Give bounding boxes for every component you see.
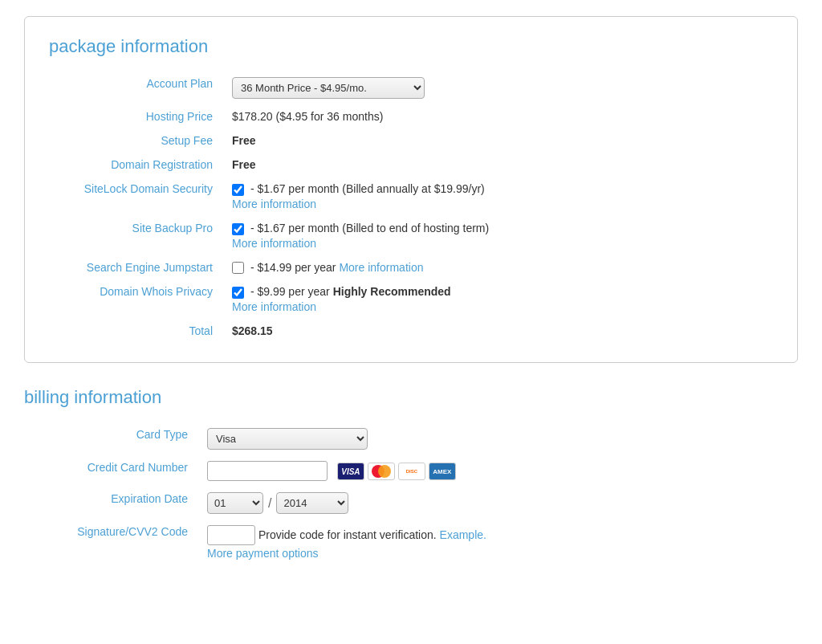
setup-fee-label: Setup Fee [49, 128, 226, 153]
billing-section: billing information Card Type Visa Maste… [24, 387, 798, 585]
expiration-date-value: 010203 040506 070809 101112 / 2014201520… [201, 487, 798, 520]
search-engine-price-text: - $14.99 per year [250, 261, 336, 274]
expiration-date-label: Expiration Date [24, 487, 201, 520]
credit-card-value: VISA DISC AMEX [201, 455, 798, 487]
sitelock-value: - $1.67 per month (Billed annually at $1… [226, 177, 773, 216]
account-plan-select[interactable]: 36 Month Price - $4.95/mo. 24 Month Pric… [232, 77, 425, 99]
sitelock-checkbox[interactable] [232, 184, 244, 196]
credit-card-row: Credit Card Number VISA DISC AMEX [24, 455, 798, 487]
hosting-price-label: Hosting Price [49, 104, 226, 128]
card-type-row: Card Type Visa MasterCard Discover Ameri… [24, 422, 798, 455]
domain-whois-checkbox[interactable] [232, 287, 244, 299]
domain-whois-price-text: - $9.99 per year [250, 285, 330, 298]
hosting-price-value: $178.20 ($4.95 for 36 months) [226, 104, 773, 128]
package-form-table: Account Plan 36 Month Price - $4.95/mo. … [49, 71, 773, 343]
card-type-label: Card Type [24, 422, 201, 455]
account-plan-row: Account Plan 36 Month Price - $4.95/mo. … [49, 71, 773, 104]
package-section-title: package information [49, 36, 773, 57]
package-section: package information Account Plan 36 Mont… [24, 16, 798, 363]
cvv-example-link[interactable]: Example. [440, 528, 486, 541]
setup-fee-row: Setup Fee Free [49, 128, 773, 153]
domain-registration-value: Free [232, 158, 256, 171]
account-plan-label: Account Plan [49, 71, 226, 104]
search-engine-label: Search Engine Jumpstart [49, 255, 226, 280]
site-backup-checkbox[interactable] [232, 223, 244, 235]
card-icons-group: VISA DISC AMEX [337, 463, 456, 480]
setup-fee-value: Free [232, 134, 256, 147]
mastercard-icon [368, 463, 395, 480]
domain-whois-recommended: Highly Recommended [333, 285, 451, 298]
cvv-value: Provide code for instant verification. E… [201, 520, 798, 565]
cvv-input[interactable] [207, 525, 255, 545]
site-backup-price-text: - $1.67 per month (Billed to end of host… [250, 222, 489, 234]
credit-card-input[interactable] [207, 461, 328, 481]
cvv-description: Provide code for instant verification. [258, 528, 437, 541]
total-label: Total [49, 319, 226, 343]
search-engine-value: - $14.99 per year More information [226, 255, 773, 280]
hosting-price-row: Hosting Price $178.20 ($4.95 for 36 mont… [49, 104, 773, 128]
amex-icon: AMEX [429, 463, 456, 480]
billing-section-title: billing information [24, 387, 798, 408]
expiry-year-select[interactable]: 201420152016 201720182019 2020 [276, 492, 348, 514]
cvv-label: Signature/CVV2 Code [24, 520, 201, 565]
search-engine-checkbox[interactable] [232, 262, 244, 274]
total-value: $268.15 [232, 324, 273, 337]
domain-whois-value: - $9.99 per year Highly Recommended More… [226, 279, 773, 319]
credit-card-label: Credit Card Number [24, 455, 201, 487]
expiry-slash: / [268, 496, 271, 511]
expiration-date-row: Expiration Date 010203 040506 070809 101… [24, 487, 798, 520]
domain-whois-label: Domain Whois Privacy [49, 279, 226, 319]
search-engine-more-info[interactable]: More information [339, 261, 423, 274]
site-backup-value: - $1.67 per month (Billed to end of host… [226, 216, 773, 255]
domain-whois-row: Domain Whois Privacy - $9.99 per year Hi… [49, 279, 773, 319]
visa-icon: VISA [337, 463, 364, 480]
billing-form-table: Card Type Visa MasterCard Discover Ameri… [24, 422, 798, 565]
card-type-select[interactable]: Visa MasterCard Discover American Expres… [207, 428, 368, 450]
site-backup-label: Site Backup Pro [49, 216, 226, 255]
account-plan-value: 36 Month Price - $4.95/mo. 24 Month Pric… [226, 71, 773, 104]
sitelock-price-text: - $1.67 per month (Billed annually at $1… [250, 182, 485, 195]
more-payment-options-link[interactable]: More payment options [207, 547, 791, 560]
svg-point-1 [378, 465, 391, 478]
expiry-month-select[interactable]: 010203 040506 070809 101112 [207, 492, 263, 514]
sitelock-label: SiteLock Domain Security [49, 177, 226, 216]
domain-registration-label: Domain Registration [49, 153, 226, 177]
search-engine-row: Search Engine Jumpstart - $14.99 per yea… [49, 255, 773, 280]
discover-icon: DISC [398, 463, 425, 480]
card-type-value: Visa MasterCard Discover American Expres… [201, 422, 798, 455]
sitelock-more-info[interactable]: More information [232, 198, 767, 210]
site-backup-row: Site Backup Pro - $1.67 per month (Bille… [49, 216, 773, 255]
cvv-row: Signature/CVV2 Code Provide code for ins… [24, 520, 798, 565]
site-backup-more-info[interactable]: More information [232, 237, 767, 250]
domain-registration-row: Domain Registration Free [49, 153, 773, 177]
sitelock-row: SiteLock Domain Security - $1.67 per mon… [49, 177, 773, 216]
total-row: Total $268.15 [49, 319, 773, 343]
domain-whois-more-info[interactable]: More information [232, 300, 767, 313]
